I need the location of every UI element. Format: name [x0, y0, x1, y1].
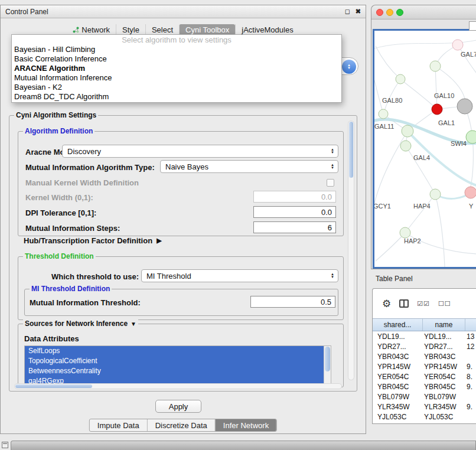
mi-threshold-input[interactable]: [250, 296, 335, 308]
settings-scrollbar[interactable]: [348, 120, 354, 380]
network-node[interactable]: [379, 109, 388, 119]
table-row[interactable]: YDR27...YDR27...12: [373, 341, 476, 351]
chevron-down-icon[interactable]: ▼: [131, 321, 136, 327]
table-row[interactable]: YLR345WYLR345W9.: [373, 402, 476, 412]
select-all-icon[interactable]: ☑☑: [417, 300, 430, 308]
list-scrollbar[interactable]: [324, 346, 331, 385]
control-panel-titlebar[interactable]: Control Panel ◻ ✖: [1, 5, 366, 18]
deselect-all-icon[interactable]: ☐☐: [438, 300, 451, 308]
algorithm-option-basic-correlation-inference[interactable]: Basic Correlation Inference: [12, 54, 341, 64]
network-node[interactable]: [400, 227, 410, 238]
scrollbar-thumb[interactable]: [349, 122, 353, 178]
network-node[interactable]: [432, 104, 442, 115]
combo-stepper-icon[interactable]: ▲▼: [342, 60, 356, 74]
columns-icon[interactable]: [399, 299, 409, 308]
network-edge: [435, 194, 445, 267]
manual-kernel-label: Manual Kernel Width Definition: [25, 178, 139, 187]
scrollbar-thumb[interactable]: [15, 384, 92, 388]
bottom-tab-infer-network[interactable]: Infer Network: [215, 419, 276, 431]
network-node-label: GAL7: [461, 51, 476, 58]
settings-hscrollbar[interactable]: [14, 383, 342, 389]
data-attributes-label: Data Attributes: [24, 334, 79, 343]
network-edge: [376, 46, 400, 79]
network-node[interactable]: [457, 99, 472, 114]
table-row[interactable]: YER054CYER054C8.: [373, 371, 476, 381]
table-row[interactable]: YDL19...YDL19...13: [373, 331, 476, 341]
column-header-shared[interactable]: shared...: [373, 319, 423, 331]
mi-type-select[interactable]: Naive Bayes ▲▼: [160, 160, 338, 173]
network-canvas[interactable]: GAL7GAL80GAL10GAL11GAL1SWI4GAL4GCY1HAP4H…: [373, 29, 476, 269]
collapsed-panel-icon[interactable]: [2, 442, 8, 448]
mi-steps-input[interactable]: [253, 221, 336, 233]
kernel-width-input[interactable]: [253, 191, 336, 203]
mi-steps-label: Mutual Information Steps:: [25, 224, 120, 233]
network-scroll-corner[interactable]: [469, 21, 476, 31]
network-view-window: GAL7GAL80GAL10GAL11GAL1SWI4GAL4GCY1HAP4H…: [371, 5, 476, 269]
aracne-mode-value: Discovery: [67, 147, 328, 156]
network-node[interactable]: [396, 74, 405, 84]
collapsed-data-panel[interactable]: [11, 441, 476, 450]
algorithm-option-bayesian-k2[interactable]: Bayesian - K2: [12, 83, 341, 92]
combo-stepper-icon[interactable]: ▲▼: [328, 273, 337, 279]
hub-definition-label: Hub/Transcription Factor Definition: [24, 236, 152, 245]
tab-label: Style: [122, 25, 139, 34]
column-header-name[interactable]: name: [423, 319, 465, 331]
network-edge: [400, 79, 437, 109]
attribute-item-selfloops[interactable]: SelfLoops: [25, 346, 331, 356]
tab-select[interactable]: Select: [145, 24, 179, 35]
apply-button[interactable]: Apply: [155, 400, 201, 413]
manual-kernel-checkbox[interactable]: [327, 179, 334, 187]
hub-definition-toggle[interactable]: Hub/Transcription Factor Definition ▶: [24, 236, 162, 245]
bottom-tab-discretize-data[interactable]: Discretize Data: [147, 419, 215, 431]
network-node[interactable]: [430, 189, 441, 200]
network-node[interactable]: [430, 61, 441, 71]
network-node[interactable]: [452, 40, 463, 50]
table-row[interactable]: YJL053CYJL053C: [373, 412, 476, 422]
attribute-item-betweennesscentrality[interactable]: BetweennessCentrality: [25, 366, 331, 376]
table-row[interactable]: YBL079WYBL079W: [373, 392, 476, 402]
combo-stepper-icon[interactable]: ▲▼: [328, 164, 337, 169]
algorithm-option-bayesian-hill-climbing[interactable]: Bayesian - Hill Climbing: [12, 45, 341, 54]
network-node-label: HAP4: [413, 203, 431, 210]
gear-icon[interactable]: ⚙: [382, 299, 391, 309]
algorithm-option-mutual-information-inference[interactable]: Mutual Information Inference: [12, 73, 341, 83]
network-node[interactable]: [466, 131, 476, 144]
network-node[interactable]: [465, 187, 476, 198]
table-header: shared...name: [373, 318, 476, 331]
tab-jactivemodules[interactable]: jActiveModules: [235, 24, 299, 35]
network-node[interactable]: [400, 141, 411, 151]
table-cell: YBR043C: [373, 353, 423, 361]
attribute-item-topologicalcoefficient[interactable]: TopologicalCoefficient: [25, 356, 331, 366]
network-node-label: GAL4: [413, 154, 430, 161]
table-row[interactable]: YBR045CYBR045C9.: [373, 381, 476, 392]
network-node[interactable]: [402, 125, 413, 137]
algorithm-option-aracne-algorithm[interactable]: ARACNE Algorithm: [12, 64, 341, 73]
which-threshold-select[interactable]: MI Threshold ▲▼: [141, 269, 338, 282]
algorithm-option-dream8-dc-tdc-algorithm[interactable]: Dream8 DC_TDC Algorithm: [12, 92, 341, 102]
scrollbar-thumb[interactable]: [325, 347, 330, 371]
close-icon[interactable]: ✖: [356, 8, 361, 15]
dpi-tolerance-input[interactable]: [253, 206, 336, 218]
table-cell: YDR27...: [373, 343, 423, 351]
table-row[interactable]: YPR145WYPR145W9.: [373, 361, 476, 371]
column-header-2[interactable]: [465, 319, 476, 331]
tab-style[interactable]: Style: [116, 24, 145, 35]
bottom-tab-impute-data[interactable]: Impute Data: [90, 419, 147, 431]
table-cell: YJL053C: [423, 413, 465, 421]
table-cell: YER054C: [423, 373, 465, 381]
table-row[interactable]: YBR043CYBR043C: [373, 351, 476, 361]
close-traffic-light-icon[interactable]: [376, 9, 383, 16]
tab-cyni-toolbox[interactable]: Cyni Toolbox: [179, 24, 235, 35]
network-window-titlebar[interactable]: [371, 5, 476, 19]
kernel-width-label: Kernel Width (0,1):: [25, 193, 93, 202]
desktop: Control Panel ◻ ✖ NetworkStyleSelectCyni…: [0, 0, 476, 450]
tab-network[interactable]: Network: [67, 24, 116, 35]
aracne-mode-select[interactable]: Discovery ▲▼: [62, 145, 338, 158]
table-cell: YBR045C: [423, 383, 465, 391]
combo-stepper-icon[interactable]: ▲▼: [328, 148, 337, 154]
minimize-traffic-light-icon[interactable]: [386, 9, 393, 16]
float-window-icon[interactable]: ◻: [345, 8, 350, 15]
zoom-traffic-light-icon[interactable]: [396, 9, 403, 16]
tab-label: Cyni Toolbox: [185, 25, 229, 34]
table-cell: YBR045C: [373, 383, 423, 391]
